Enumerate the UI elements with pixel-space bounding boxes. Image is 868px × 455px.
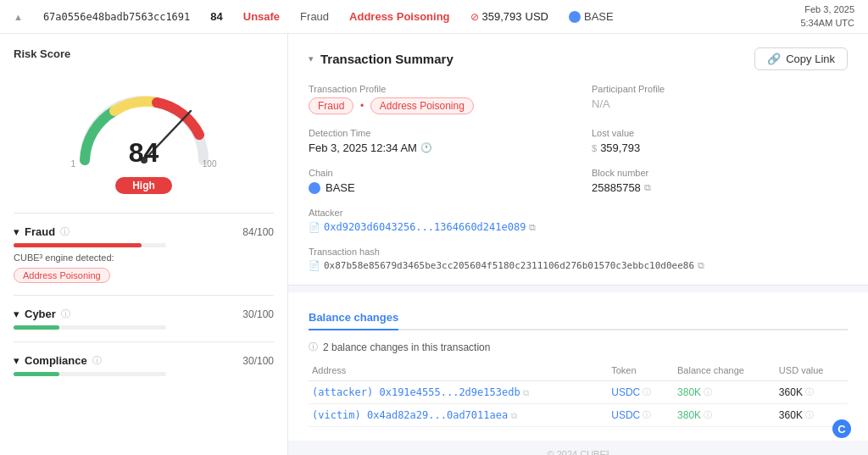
risk-score-title: Risk Score (14, 47, 274, 60)
block-label: Block number (592, 168, 848, 178)
topbar-datetime: Feb 3, 2025 5:34AM UTC (800, 3, 854, 30)
topbar-arrow: ▲ (14, 12, 23, 22)
right-panel: ▾ Transaction Summary 🔗 Copy Link Transa… (288, 34, 868, 455)
tx-profile-label: Transaction Profile (309, 84, 565, 94)
address-info-icon: ⧉ (511, 411, 517, 420)
attacker-field: Attacker 📄 0xd9203d6043256...1364660d241… (309, 208, 848, 233)
fraud-bar-fill (14, 243, 142, 247)
cyber-bar-bg (14, 325, 166, 330)
compliance-header[interactable]: ▾ Compliance ⓘ 30/100 (14, 354, 274, 367)
col-token: Token (608, 362, 674, 381)
copy-link-label: Copy Link (786, 53, 835, 65)
balance-info-text: 2 balance changes in this transaction (323, 341, 490, 353)
addr-poison-tag-tx: Address Poisoning (370, 97, 474, 114)
detection-value: Feb 3, 2025 12:34 AM 🕐 (309, 141, 565, 154)
topbar-chain-name: BASE (584, 10, 614, 23)
topbar-amount-icon: ⊘ (470, 11, 479, 23)
usd-icon: $ (592, 143, 597, 153)
topbar-status: Unsafe (243, 10, 280, 23)
balance-row-token: USDC ⓘ (608, 404, 674, 427)
fraud-header[interactable]: ▾ Fraud ⓘ 84/100 (14, 225, 274, 238)
link-icon: 🔗 (767, 53, 781, 65)
topbar-amount: ⊘ 359,793 USD (470, 10, 548, 23)
info-circle-icon: ⓘ (309, 341, 318, 353)
topbar-chain: BASE (569, 10, 614, 23)
cyber-section: ▾ Cyber ⓘ 30/100 (14, 308, 274, 330)
gauge-min-label: 1 (71, 159, 76, 169)
section-divider-3 (14, 341, 274, 342)
topbar-currency: USD (526, 10, 548, 23)
balance-row-change: 380K ⓘ (674, 381, 776, 404)
gauge-max-label: 100 (203, 159, 217, 169)
attacker-copy-icon[interactable]: ⧉ (529, 222, 536, 233)
address-info-icon: ⧉ (523, 388, 529, 397)
cyber-score-value: 30/100 (242, 308, 274, 320)
section-divider-1 (14, 213, 274, 214)
tx-hash-value: 📄 0x87b58e85679d3465be3cc205604f5180c231… (309, 260, 848, 271)
fraud-section: ▾ Fraud ⓘ 84/100 CUBE³ engine detected: … (14, 225, 274, 283)
participant-label: Participant Profile (592, 84, 848, 94)
compliance-bar-bg (14, 372, 166, 376)
tx-hash-field: Transaction hash 📄 0x87b58e85679d3465be3… (309, 247, 848, 271)
cyber-bar-fill (14, 325, 59, 330)
compliance-bar-row (14, 372, 274, 376)
balance-row-address: (victim) 0x4ad82a29...0ad7011aea ⧉ (309, 404, 608, 427)
block-field: Block number 25885758 ⧉ (592, 168, 848, 194)
cyber-bar-row (14, 325, 274, 330)
chain-dot-icon (569, 11, 581, 23)
block-copy-icon[interactable]: ⧉ (644, 182, 651, 193)
chain-logo (309, 182, 320, 194)
tx-summary-header: ▾ Transaction Summary 🔗 Copy Link (309, 47, 848, 70)
fraud-tag: Fraud (309, 97, 353, 114)
tx-profile-field: Transaction Profile Fraud • Address Pois… (309, 84, 565, 114)
col-usd-value: USD value (776, 362, 848, 381)
balance-table: Address Token Balance change USD value (… (309, 362, 848, 427)
cyber-toggle-icon: ▾ (14, 308, 19, 320)
balance-row-address: (attacker) 0x191e4555...2d9e153edb ⧉ (309, 381, 608, 404)
topbar-amount-value: 359,793 (482, 10, 522, 23)
balance-row-token: USDC ⓘ (608, 381, 674, 404)
footer: © 2024 CUBE³ (288, 441, 868, 455)
table-row: (attacker) 0x191e4555...2d9e153edb ⧉ USD… (309, 381, 848, 404)
detection-field: Detection Time Feb 3, 2025 12:34 AM 🕐 (309, 128, 565, 154)
attacker-label: Attacker (309, 208, 848, 218)
lost-label: Lost value (592, 128, 848, 138)
balance-table-body: (attacker) 0x191e4555...2d9e153edb ⧉ USD… (309, 381, 848, 427)
chain-value: BASE (309, 181, 565, 194)
copy-link-button[interactable]: 🔗 Copy Link (754, 47, 848, 70)
participant-value: N/A (592, 97, 848, 110)
gauge-value: 84 (129, 137, 159, 169)
compliance-label: Compliance (25, 354, 87, 367)
tx-hash-label: Transaction hash (309, 247, 848, 257)
topbar-hash: 67a0556e48badb7563cc1691 (43, 11, 190, 23)
fraud-bar-bg (14, 243, 166, 247)
topbar-address-poison: Address Poisoning (349, 10, 449, 23)
balance-row-usd: 360K ⓘ (776, 381, 848, 404)
cube-logo-button[interactable]: C (832, 419, 851, 438)
chain-label: Chain (309, 168, 565, 178)
compliance-toggle-icon: ▾ (14, 354, 19, 367)
col-balance-change: Balance change (674, 362, 776, 381)
balance-info: ⓘ 2 balance changes in this transaction (309, 341, 848, 353)
tab-balance-changes[interactable]: Balance changes (309, 306, 398, 330)
tx-hash-copy-icon[interactable]: ⧉ (698, 260, 704, 271)
tx-summary-toggle-icon: ▾ (309, 53, 314, 64)
fraud-bar-row (14, 243, 274, 247)
compliance-section: ▾ Compliance ⓘ 30/100 (14, 354, 274, 376)
fraud-label: Fraud (25, 225, 55, 238)
tag-separator: • (360, 100, 364, 112)
chain-field: Chain BASE (309, 168, 565, 194)
detection-label: Detection Time (309, 128, 565, 138)
fraud-toggle-icon: ▾ (14, 225, 19, 238)
cube-detected-text: CUBE³ engine detected: (14, 252, 274, 263)
cyber-header[interactable]: ▾ Cyber ⓘ 30/100 (14, 308, 274, 320)
balance-tabs: Balance changes (309, 306, 848, 330)
participant-profile-field: Participant Profile N/A (592, 84, 848, 114)
gauge-wrap: 1 100 84 (68, 84, 220, 169)
gauge-container: 1 100 84 High (14, 70, 274, 201)
attacker-hash: 📄 0xd9203d6043256...1364660d241e089 ⧉ (309, 221, 848, 233)
section-divider-2 (14, 295, 274, 296)
balance-table-head: Address Token Balance change USD value (309, 362, 848, 381)
addr-poison-tag: Address Poisoning (14, 268, 110, 283)
tx-grid: Transaction Profile Fraud • Address Pois… (309, 84, 848, 271)
